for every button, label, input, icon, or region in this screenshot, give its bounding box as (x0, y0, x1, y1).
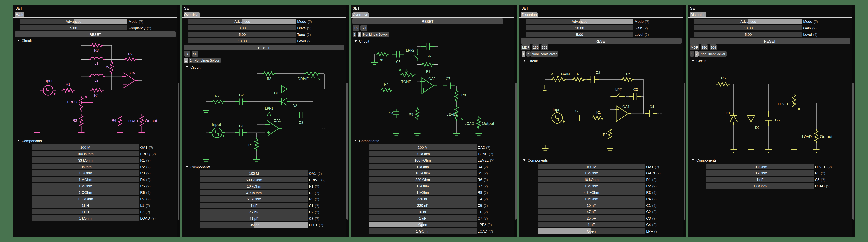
svg-text:R4: R4 (626, 72, 630, 76)
svg-text:DRIVE: DRIVE (298, 77, 309, 81)
svg-text:Output: Output (482, 121, 494, 126)
svg-text:R5: R5 (408, 112, 413, 116)
svg-text:OA1: OA1 (622, 105, 629, 109)
svg-text:OA2: OA2 (429, 77, 436, 81)
svg-text:C5: C5 (775, 118, 780, 122)
svg-text:GAIN: GAIN (561, 72, 570, 76)
svg-text:R1: R1 (596, 110, 601, 114)
svg-text:C2: C2 (239, 93, 244, 97)
svg-text:OA1: OA1 (274, 118, 281, 123)
svg-text:Output: Output (820, 134, 832, 139)
svg-text:R2: R2 (72, 118, 77, 123)
svg-text:LPF: LPF (615, 88, 622, 92)
svg-text:D1: D1 (725, 111, 730, 115)
svg-text:LOAD: LOAD (464, 122, 474, 126)
svg-text:R4: R4 (384, 82, 389, 86)
svg-text:Input: Input (43, 78, 53, 83)
svg-text:R5: R5 (721, 76, 725, 80)
svg-text:Output: Output (145, 118, 157, 123)
svg-text:R7: R7 (426, 70, 430, 73)
svg-text:D2: D2 (292, 104, 297, 108)
svg-text:R2: R2 (603, 133, 608, 137)
svg-text:R3: R3 (94, 48, 99, 53)
svg-text:Input: Input (212, 122, 221, 127)
svg-text:LEVEL: LEVEL (778, 102, 789, 106)
svg-text:C3: C3 (633, 88, 638, 92)
svg-text:C3: C3 (299, 120, 303, 125)
svg-text:R1: R1 (248, 143, 253, 147)
svg-text:R6: R6 (112, 118, 116, 123)
svg-text:LPF2: LPF2 (406, 48, 414, 53)
svg-text:C1: C1 (239, 124, 244, 128)
svg-text:Input: Input (553, 107, 562, 112)
svg-text:R4: R4 (94, 94, 99, 97)
svg-text:C4: C4 (389, 111, 393, 115)
svg-text:R8: R8 (461, 93, 466, 97)
svg-text:D2: D2 (755, 126, 760, 130)
svg-text:TONE: TONE (401, 80, 411, 84)
svg-text:R5: R5 (104, 65, 109, 69)
svg-text:L2: L2 (94, 78, 98, 82)
svg-text:C4: C4 (649, 105, 654, 109)
svg-text:OA1: OA1 (130, 71, 137, 75)
svg-text:R6: R6 (378, 58, 383, 62)
svg-text:C5: C5 (396, 60, 400, 64)
svg-text:C1: C1 (575, 109, 580, 113)
svg-text:R2: R2 (215, 94, 219, 98)
svg-text:LOAD: LOAD (802, 135, 812, 139)
svg-text:LOAD: LOAD (128, 119, 138, 123)
svg-text:C6: C6 (426, 54, 431, 58)
svg-text:R3: R3 (267, 77, 271, 81)
svg-text:LEVEL: LEVEL (446, 112, 458, 116)
svg-text:FREQ: FREQ (67, 100, 77, 104)
svg-text:D1: D1 (274, 91, 279, 95)
svg-text:R1: R1 (66, 82, 70, 86)
svg-text:R3: R3 (577, 72, 581, 76)
svg-text:LPF1: LPF1 (265, 106, 273, 110)
svg-text:R7: R7 (128, 52, 132, 56)
svg-text:C2: C2 (595, 71, 600, 74)
svg-text:C7: C7 (446, 77, 450, 81)
svg-text:L1: L1 (94, 62, 98, 65)
